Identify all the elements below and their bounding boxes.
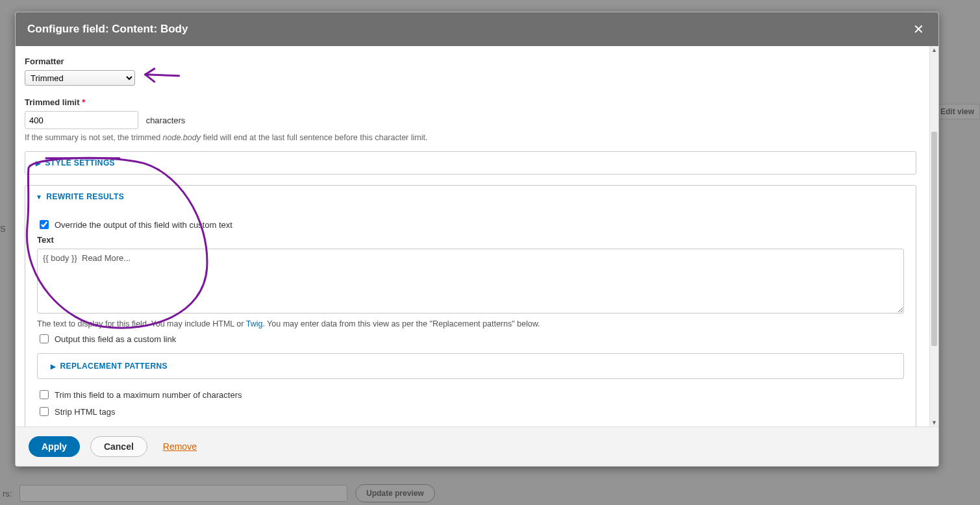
formatter-label: Formatter	[25, 56, 916, 66]
configure-field-modal: Configure field: Content: Body ✕ Formatt…	[15, 12, 939, 467]
text-label: Text	[37, 235, 904, 245]
modal-footer: Apply Cancel Remove	[16, 426, 938, 466]
replacement-patterns-fieldset: ▶ REPLACEMENT PATTERNS	[37, 353, 904, 379]
strip-html-label[interactable]: Strip HTML tags	[55, 407, 115, 417]
formatter-select[interactable]: Trimmed	[25, 70, 135, 86]
scroll-down-icon[interactable]: ▼	[930, 419, 938, 426]
rewrite-results-toggle[interactable]: ▼ REWRITE RESULTS	[25, 186, 916, 208]
trim-field-label[interactable]: Trim this field to a maximum number of c…	[55, 390, 242, 400]
trimmed-limit-label: Trimmed limit *	[25, 97, 916, 107]
triangle-right-icon: ▶	[36, 160, 41, 167]
trimmed-help: If the summary is not set, the trimmed n…	[25, 133, 916, 142]
twig-link[interactable]: Twig	[246, 319, 263, 328]
cancel-button[interactable]: Cancel	[90, 436, 147, 457]
vertical-scrollbar[interactable]: ▲ ▼	[929, 46, 938, 426]
override-output-checkbox[interactable]	[40, 220, 49, 229]
scrollbar-thumb[interactable]	[931, 132, 937, 346]
close-icon[interactable]: ✕	[911, 21, 927, 37]
scrollbar-track[interactable]	[930, 54, 938, 419]
modal-title: Configure field: Content: Body	[27, 23, 188, 36]
apply-button[interactable]: Apply	[29, 436, 80, 457]
scroll-up-icon[interactable]: ▲	[930, 46, 938, 54]
modal-header: Configure field: Content: Body ✕	[16, 12, 938, 46]
triangle-down-icon: ▼	[36, 193, 42, 201]
rewrite-text-textarea[interactable]: {{ body }} Read More...	[37, 249, 904, 314]
output-custom-link-checkbox[interactable]	[40, 334, 49, 343]
trimmed-limit-suffix: characters	[146, 116, 186, 125]
output-custom-link-label[interactable]: Output this field as a custom link	[55, 334, 176, 344]
trimmed-limit-input[interactable]	[25, 111, 138, 129]
modal-body: Formatter Trimmed Trimmed limit * charac…	[16, 46, 929, 426]
style-settings-fieldset: ▶ STYLE SETTINGS	[25, 151, 916, 175]
triangle-right-icon: ▶	[51, 363, 56, 370]
remove-link[interactable]: Remove	[163, 441, 197, 452]
rewrite-text-help: The text to display for this field. You …	[37, 319, 904, 328]
override-output-label[interactable]: Override the output of this field with c…	[55, 220, 232, 230]
required-icon: *	[82, 97, 85, 107]
rewrite-results-fieldset: ▼ REWRITE RESULTS Override the output of…	[25, 185, 916, 426]
style-settings-toggle[interactable]: ▶ STYLE SETTINGS	[25, 152, 916, 174]
trim-field-checkbox[interactable]	[40, 390, 49, 399]
strip-html-checkbox[interactable]	[40, 407, 49, 416]
replacement-patterns-toggle[interactable]: ▶ REPLACEMENT PATTERNS	[38, 354, 903, 378]
